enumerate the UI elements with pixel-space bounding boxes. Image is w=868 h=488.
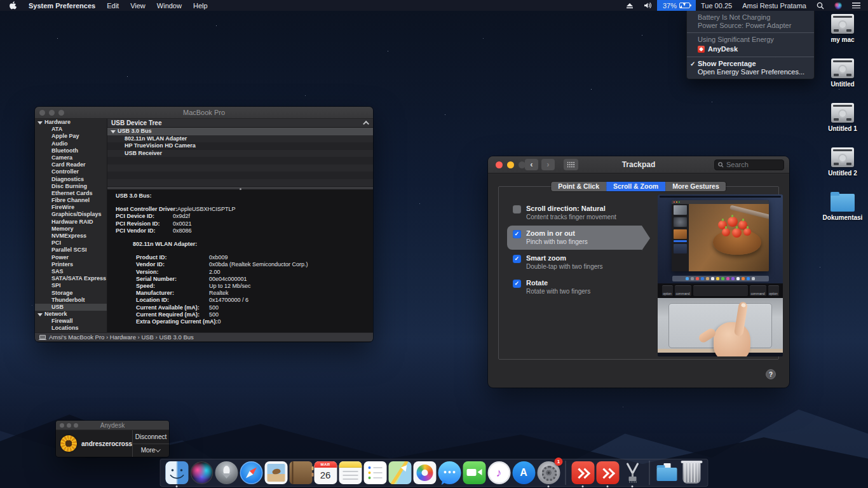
- desktop-icon[interactable]: Untitled 1: [825, 103, 860, 132]
- usb-device-tree-header[interactable]: USB Device Tree: [107, 119, 373, 128]
- battery-menu-item[interactable]: [687, 32, 814, 33]
- gesture-option-row[interactable]: Zoom in or out Pinch with two fingers: [507, 226, 642, 250]
- dock-item-anydesk[interactable]: [571, 460, 595, 485]
- sidebar-item[interactable]: Controller: [35, 168, 107, 175]
- tree-row[interactable]: [107, 157, 373, 165]
- sidebar-item[interactable]: Disc Burning: [35, 183, 107, 190]
- dock-item-calendar[interactable]: MAR 26: [314, 460, 337, 485]
- volume-menu-extra[interactable]: [639, 0, 657, 11]
- eject-menu-extra[interactable]: [621, 0, 639, 11]
- sidebar-item[interactable]: SPI: [35, 282, 107, 289]
- minimize-button[interactable]: [507, 161, 514, 168]
- desktop-icon[interactable]: Untitled 2: [825, 147, 860, 177]
- dock-item-trash[interactable]: [680, 460, 703, 485]
- tree-row[interactable]: HP TrueVision HD Camera: [107, 142, 373, 150]
- tree-row[interactable]: [107, 165, 373, 172]
- show-all-button[interactable]: [564, 159, 578, 170]
- sidebar-item[interactable]: Camera: [35, 154, 107, 161]
- dock-item-anydesk-2[interactable]: [596, 460, 620, 485]
- sidebar-item[interactable]: Power: [35, 254, 107, 261]
- checkbox[interactable]: [513, 255, 521, 263]
- siri-menu-extra[interactable]: [829, 0, 847, 11]
- dock-item-facetime[interactable]: [463, 460, 486, 485]
- dock-item-app-store[interactable]: [512, 460, 536, 485]
- menu-title[interactable]: System Preferences: [23, 0, 101, 11]
- menu-title[interactable]: Help: [187, 0, 214, 11]
- minimize-button[interactable]: [49, 110, 55, 116]
- dock-item-contacts[interactable]: [289, 460, 313, 485]
- sidebar-item[interactable]: Card Reader: [35, 161, 107, 168]
- spotlight-menu-extra[interactable]: [811, 0, 829, 11]
- sidebar-item[interactable]: ATA: [35, 126, 107, 133]
- dock-item-preview[interactable]: [264, 460, 288, 485]
- desktop-icon[interactable]: Untitled: [825, 58, 860, 88]
- dock-item-notes[interactable]: [339, 460, 362, 485]
- user-menu[interactable]: Amsi Restu Pratama: [737, 0, 811, 11]
- tree-row[interactable]: [107, 172, 373, 179]
- sidebar-item[interactable]: NVMExpress: [35, 233, 107, 240]
- checkbox[interactable]: [513, 205, 521, 214]
- zoom-button[interactable]: [519, 161, 526, 168]
- tree-row[interactable]: 802.11n WLAN Adapter: [107, 135, 373, 143]
- dock-item-messages[interactable]: [438, 460, 461, 485]
- battery-menu-extra[interactable]: 37%: [657, 0, 696, 11]
- dock-item-photos[interactable]: [413, 460, 437, 485]
- battery-menu-item[interactable]: Open Energy Saver Preferences...: [687, 68, 814, 76]
- sidebar-item[interactable]: USB: [35, 304, 107, 311]
- sidebar-item[interactable]: Ethernet Cards: [35, 190, 107, 197]
- sidebar-item[interactable]: Memory: [35, 226, 107, 233]
- sidebar-item[interactable]: Printers: [35, 261, 107, 268]
- zoom-button[interactable]: [74, 423, 78, 428]
- sidebar-item[interactable]: Hardware RAID: [35, 219, 107, 226]
- search-input[interactable]: [726, 161, 777, 168]
- sidebar-item[interactable]: Network: [35, 311, 107, 318]
- battery-menu-item[interactable]: Show Percentage: [687, 60, 814, 68]
- tree-row[interactable]: USB 3.0 Bus: [107, 128, 373, 135]
- dock-item-maps[interactable]: [388, 460, 412, 485]
- sidebar-item[interactable]: Audio: [35, 140, 107, 147]
- apple-menu[interactable]: [0, 0, 23, 11]
- dock-item-downloads[interactable]: [655, 460, 679, 485]
- sidebar-item[interactable]: Bluetooth: [35, 147, 107, 154]
- gesture-option-row[interactable]: Smart zoom Double-tap with two fingers: [507, 250, 653, 274]
- sidebar-item[interactable]: Graphics/Displays: [35, 211, 107, 218]
- menu-title[interactable]: Window: [151, 0, 187, 11]
- dock-item-launchpad[interactable]: [215, 460, 238, 485]
- battery-menu-item[interactable]: [687, 57, 814, 57]
- gesture-option-row[interactable]: Scroll direction: Natural Content tracks…: [507, 201, 653, 225]
- notification-center-menu-extra[interactable]: [847, 0, 868, 11]
- help-button[interactable]: ?: [766, 369, 776, 379]
- sidebar-item[interactable]: Apple Pay: [35, 133, 107, 140]
- pane-splitter[interactable]: [107, 186, 373, 190]
- sidebar-item[interactable]: Thunderbolt: [35, 297, 107, 304]
- desktop-icon[interactable]: Dokumentasi: [825, 192, 860, 221]
- search-field[interactable]: [714, 159, 784, 170]
- tree-row[interactable]: USB Receiver: [107, 150, 373, 158]
- sidebar-item[interactable]: Hardware: [35, 119, 107, 126]
- tree-row[interactable]: [107, 179, 373, 187]
- menu-title[interactable]: View: [125, 0, 151, 11]
- dock-item-reminders[interactable]: [363, 460, 387, 485]
- close-button[interactable]: [496, 161, 503, 168]
- close-button[interactable]: [39, 110, 45, 116]
- sidebar-item[interactable]: Parallel SCSI: [35, 247, 107, 254]
- dock-item-itunes[interactable]: [487, 460, 511, 485]
- dock-item-siri[interactable]: [190, 460, 214, 485]
- desktop-icon[interactable]: my mac: [825, 14, 860, 43]
- back-button[interactable]: ‹: [525, 159, 538, 170]
- sidebar-item[interactable]: Fibre Channel: [35, 197, 107, 204]
- sidebar-item[interactable]: SATA/SATA Express: [35, 275, 107, 282]
- sidebar-item[interactable]: SAS: [35, 268, 107, 275]
- forward-button[interactable]: ›: [541, 159, 555, 170]
- dock-item-chip-tool[interactable]: [621, 460, 644, 485]
- tab[interactable]: More Gestures: [665, 182, 726, 191]
- clock[interactable]: Tue 00.25: [696, 0, 737, 11]
- checkbox[interactable]: [513, 230, 521, 238]
- disconnect-button[interactable]: Disconnect: [133, 430, 169, 444]
- tab[interactable]: Scroll & Zoom: [606, 182, 665, 191]
- sidebar-item[interactable]: Storage: [35, 290, 107, 297]
- battery-menu-item[interactable]: Using Significant Energy: [687, 36, 814, 44]
- sidebar-item[interactable]: PCI: [35, 240, 107, 247]
- menu-title[interactable]: Edit: [101, 0, 125, 11]
- dock-item-finder[interactable]: [165, 460, 189, 485]
